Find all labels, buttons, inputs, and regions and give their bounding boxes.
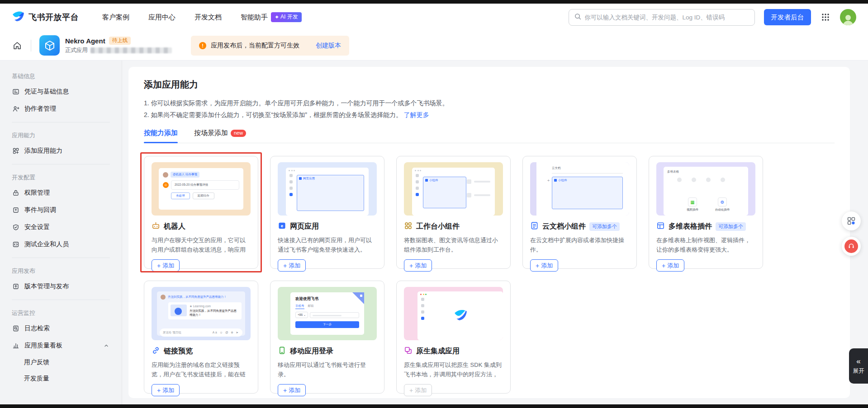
- widget-grid-icon: [404, 221, 413, 232]
- nav-menu: 客户案例 应用中心 开发文档 智能助手 ✦AI 开发: [102, 12, 302, 22]
- add-base-plugin-button[interactable]: + 添加: [656, 259, 684, 272]
- sidebar-item-user-feedback[interactable]: 用户反馈: [6, 354, 115, 370]
- native-sdk-icon: [404, 346, 413, 356]
- robot-icon: [152, 221, 160, 232]
- sidebar-item-security[interactable]: 安全设置: [6, 219, 115, 236]
- ai-dev-badge: ✦AI 开发: [271, 12, 302, 22]
- plus-icon: +: [536, 263, 539, 269]
- platform-title: 飞书开放平台: [28, 12, 79, 23]
- add-link-preview-button[interactable]: + 添加: [152, 384, 180, 396]
- user-avatar[interactable]: [840, 9, 856, 25]
- sidebar-item-quality-board[interactable]: 应用质量看板: [6, 337, 115, 354]
- add-web-app-button[interactable]: + 添加: [278, 259, 306, 272]
- sidebar: 基础信息 凭证与基础信息 协作者管理 应用能力: [0, 61, 122, 404]
- sidebar-item-test-org[interactable]: 测试企业和人员: [6, 236, 115, 253]
- mini-avatar: [161, 295, 166, 300]
- feishu-logo-icon: [12, 10, 24, 24]
- capability-panel: 添加应用能力 1. 你可以根据实际需求，为应用开启能力。单个应用可开启多种能力，…: [128, 67, 850, 398]
- tab-by-scenario[interactable]: 按场景添加 new: [194, 129, 246, 143]
- tab-by-capability[interactable]: 按能力添加: [144, 129, 178, 143]
- browser-icon: e: [278, 221, 286, 232]
- developer-console-button[interactable]: 开发者后台: [764, 9, 811, 25]
- add-workplace-widget-button[interactable]: + 添加: [404, 259, 432, 272]
- nav-item-docs[interactable]: 开发文档: [194, 13, 222, 22]
- add-bot-button[interactable]: + 添加: [152, 259, 180, 272]
- sidebar-item-events[interactable]: 事件与回调: [6, 202, 115, 219]
- card-web-app: 网页应用 e 网页应用 快速接入已有的网页应用，用户可以: [270, 156, 384, 269]
- expand-panel-button[interactable]: « 展开: [849, 348, 868, 384]
- sidebar-item-collaborators[interactable]: 协作者管理: [6, 100, 115, 117]
- sidebar-item-dev-quality[interactable]: 开发质量: [6, 370, 115, 387]
- link-preview-illustration: 方法到实践，从不同角度提升产品思维能力！ ★ Learning.com 方法到实…: [152, 287, 251, 340]
- bar-chart-icon: [12, 342, 19, 350]
- sidebar-item-permissions[interactable]: 权限管理: [6, 184, 115, 202]
- divider: [12, 258, 110, 258]
- sidebar-item-label: 事件与回调: [24, 206, 56, 214]
- section-capabilities: 应用能力: [12, 131, 110, 140]
- mobile-login-illustration: 欢迎使用飞书 手机号 邮箱 +86 ⌄ 下一步: [278, 287, 377, 340]
- sidebar-item-label: 版本管理与发布: [24, 282, 69, 291]
- card-desc: 应用能为注册的域名自定义链接预览，用户在飞书发送链接后，能在链接下方展示...: [152, 360, 251, 379]
- card-title-text: 工作台小组件: [416, 222, 460, 231]
- sidebar-item-label: 安全设置: [24, 223, 50, 231]
- section-basic-info: 基础信息: [12, 72, 110, 80]
- sidebar-item-label: 凭证与基础信息: [24, 88, 69, 96]
- sidebar-item-label: 添加应用能力: [24, 147, 62, 155]
- svg-text:e: e: [281, 223, 283, 228]
- apps-grid-icon[interactable]: [820, 12, 831, 23]
- id-card-icon: [12, 88, 19, 96]
- plus-icon: +: [409, 263, 413, 269]
- card-desc: 原生集成应用可以把原生 SDK 集成到飞书本地，并调用其中的对应方法，为用户提.…: [404, 360, 503, 379]
- log-search-icon: [12, 325, 19, 333]
- card-title-text: 移动应用登录: [290, 347, 333, 356]
- doc-icon: [530, 221, 539, 232]
- sidebar-item-add-capability[interactable]: 添加应用能力: [6, 142, 115, 159]
- card-title-text: 多维表格插件: [669, 222, 712, 231]
- search-input[interactable]: [585, 14, 749, 21]
- chevron-up-icon: [102, 342, 110, 350]
- content-area: 基础信息 凭证与基础信息 协作者管理 应用能力: [0, 61, 868, 404]
- learn-more-link[interactable]: 了解更多: [404, 111, 429, 118]
- sidebar-item-version-release[interactable]: 版本管理与发布: [6, 278, 115, 295]
- mini-bot-icon: ☺: [163, 182, 169, 188]
- status-badge: 待上线: [109, 37, 131, 45]
- nav-item-ai-assistant[interactable]: 智能助手 ✦AI 开发: [241, 12, 302, 22]
- card-mobile-login: 欢迎使用飞书 手机号 邮箱 +86 ⌄ 下一步: [270, 281, 384, 394]
- widgets-shortcut-button[interactable]: [842, 211, 861, 230]
- divider: [12, 122, 110, 122]
- multi-add-badge: 可添加多个: [716, 222, 746, 231]
- link-thumbnail: [171, 305, 187, 316]
- capability-tabs: 按能力添加 按场景添加 new: [144, 129, 835, 143]
- plus-icon: +: [157, 263, 161, 269]
- sidebar-item-label: 协作者管理: [24, 105, 56, 113]
- app-meta: Nekro Agent 待上线 正式应用: [65, 37, 172, 54]
- divider: [12, 300, 110, 300]
- publish-notice-banner: ! 应用发布后，当前配置方可生效 创建版本: [191, 36, 349, 56]
- bot-illustration: @机器人 待办事项 ☺ 2022-05-20 待办事项详情 去处理 延期待办: [152, 162, 251, 216]
- upload-box-icon: [12, 283, 19, 291]
- add-mobile-login-button[interactable]: + 添加: [278, 384, 306, 396]
- app-icon: [39, 35, 60, 56]
- person-plus-icon: [12, 105, 19, 113]
- section-monitoring: 运营监控: [12, 309, 110, 317]
- support-icon: [844, 239, 858, 253]
- sidebar-item-log-search[interactable]: 日志检索: [6, 320, 115, 337]
- docs-widget-illustration: 云文档 ＋ 小组件: [530, 162, 629, 216]
- add-docs-widget-button[interactable]: + 添加: [530, 259, 558, 272]
- sidebar-item-credentials[interactable]: 凭证与基础信息: [6, 83, 115, 100]
- web-app-illustration: 网页应用: [278, 162, 377, 216]
- support-button[interactable]: [842, 237, 861, 256]
- sparkle-icon: ✦: [275, 14, 279, 20]
- feishu-logo[interactable]: 飞书开放平台: [12, 10, 79, 24]
- card-bot: @机器人 待办事项 ☺ 2022-05-20 待办事项详情 去处理 延期待办: [144, 156, 258, 269]
- global-search[interactable]: [569, 9, 755, 26]
- create-version-link[interactable]: 创建版本: [316, 42, 341, 50]
- app-type-label: 正式应用: [65, 47, 88, 54]
- home-icon[interactable]: [12, 40, 23, 51]
- plus-icon: +: [409, 387, 413, 394]
- base-plugin-illustration: 多维表格 ▦ 视图插件 ⚙ 自动化插件: [656, 162, 755, 216]
- card-desc: 在云文档中扩展内容或者添加快捷操作。: [530, 235, 629, 254]
- nav-item-app-center[interactable]: 应用中心: [148, 13, 175, 22]
- nav-item-cases[interactable]: 客户案例: [102, 13, 129, 22]
- sidebar-item-label: 应用质量看板: [24, 342, 97, 350]
